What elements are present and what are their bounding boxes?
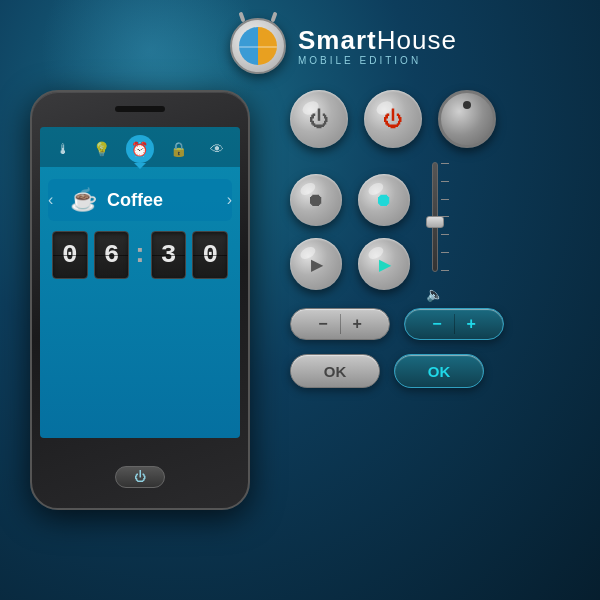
active-buttons [358, 174, 410, 290]
slider-mark [441, 181, 449, 182]
ok-row: OK OK [290, 354, 580, 388]
clock-digit-2: 3 [151, 231, 187, 279]
nav-lock[interactable]: 🔒 [164, 135, 192, 163]
coffee-label: Coffee [107, 190, 163, 211]
volume-icon: 🔈 [426, 286, 443, 302]
minus-symbol: − [318, 315, 327, 333]
phone-power-icon: ⏻ [134, 470, 146, 484]
play-active-button[interactable] [358, 238, 410, 290]
phone-nav: 🌡 💡 ⏰ 🔒 👁 [40, 127, 240, 167]
minus-plus-button[interactable]: − + [290, 308, 390, 340]
volume-slider-container: 🔈 [426, 162, 443, 302]
phone-speaker [115, 106, 165, 112]
plus-symbol: + [353, 315, 362, 333]
clock-digit-1: 6 [94, 231, 130, 279]
nav-clock[interactable]: ⏰ [126, 135, 154, 163]
logo-icon [230, 18, 286, 74]
slider-mark [441, 234, 449, 235]
coffee-prev-arrow[interactable]: ‹ [48, 191, 53, 209]
knob-dot [463, 101, 471, 109]
phone-power-button[interactable]: ⏻ [115, 466, 165, 488]
slider-mark [441, 163, 449, 164]
control-row-1 [290, 90, 580, 148]
header-text: SmartHouse MOBILE EDITION [298, 27, 457, 66]
coffee-banner: ‹ ☕ Coffee › [48, 179, 232, 221]
minus-plus-active-button[interactable]: − + [404, 308, 504, 340]
clock-digit-0: 0 [52, 231, 88, 279]
header: SmartHouse MOBILE EDITION [230, 18, 457, 74]
coffee-next-arrow[interactable]: › [227, 191, 232, 209]
clock-digit-3: 0 [192, 231, 228, 279]
play-button[interactable] [290, 238, 342, 290]
phone-screen: 🌡 💡 ⏰ 🔒 👁 ‹ ☕ Coffee › 0 6 : 3 0 [40, 127, 240, 438]
phone-mockup: 🌡 💡 ⏰ 🔒 👁 ‹ ☕ Coffee › 0 6 : 3 0 ⏻ [30, 90, 250, 510]
power-on-button[interactable] [364, 90, 422, 148]
record-active-button[interactable] [358, 174, 410, 226]
brand-name: SmartHouse [298, 27, 457, 53]
ok-button[interactable]: OK [290, 354, 380, 388]
pill-divider [340, 314, 341, 334]
record-buttons [290, 174, 342, 290]
slider-track[interactable] [432, 162, 438, 272]
nav-eye[interactable]: 👁 [203, 135, 231, 163]
slider-mark [441, 270, 449, 271]
control-row-2: 🔈 [290, 162, 580, 302]
slider-mark [441, 252, 449, 253]
record-button[interactable] [290, 174, 342, 226]
ok-active-button[interactable]: OK [394, 354, 484, 388]
pill-divider-active [454, 314, 455, 334]
slider-mark [441, 199, 449, 200]
coffee-icon: ☕ [70, 187, 97, 213]
slider-marks [441, 163, 449, 271]
logo-inner [239, 27, 277, 65]
bottom-controls: − + − + OK OK [290, 308, 580, 388]
brand-subtitle: MOBILE EDITION [298, 55, 457, 66]
nav-thermometer[interactable]: 🌡 [49, 135, 77, 163]
right-panel: 🔈 − + − + OK OK [290, 90, 580, 388]
slider-mark [441, 216, 449, 217]
nav-bulb[interactable]: 💡 [88, 135, 116, 163]
pill-row: − + − + [290, 308, 580, 340]
clock-colon: : [135, 237, 144, 269]
plus-active-symbol: + [467, 315, 476, 333]
minus-active-symbol: − [432, 315, 441, 333]
power-off-button[interactable] [290, 90, 348, 148]
clock-display: 0 6 : 3 0 [52, 231, 228, 279]
volume-knob[interactable] [438, 90, 496, 148]
